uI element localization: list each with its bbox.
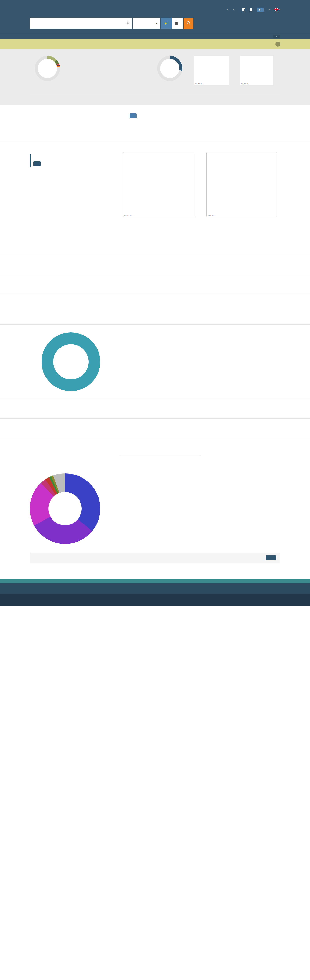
index-footer [0, 584, 310, 594]
anchor-text-section [0, 438, 310, 571]
link-profile-panel[interactable]: MAJESTIC [206, 152, 277, 217]
link-types-section [0, 325, 310, 399]
report-tabs: ▾ [0, 34, 310, 39]
nav-support[interactable]: ▾ [232, 9, 234, 11]
bank-icon [175, 22, 178, 25]
more-link-context-button[interactable] [130, 113, 137, 118]
top-links-section [0, 105, 310, 126]
domain-switch-notice [0, 39, 310, 49]
nav-my-account[interactable]: ▾ [268, 9, 270, 11]
pdf-report-bar [30, 552, 280, 563]
trophy-badge[interactable] [257, 8, 264, 12]
improve-strip [0, 579, 310, 584]
lightning-icon [165, 22, 167, 25]
pdf-report-button[interactable] [266, 555, 276, 560]
link-density-section [0, 255, 310, 275]
citation-flow-value [160, 59, 179, 78]
historic-index-button[interactable] [172, 18, 182, 29]
url-info-section [0, 126, 310, 142]
summary-panel: MAJESTIC MAJESTIC [0, 49, 310, 105]
link-graph-panel[interactable]: MAJESTIC [123, 152, 195, 217]
search-type-select[interactable]: ▼ [133, 18, 160, 29]
logo-stars-icon [31, 7, 49, 12]
notice-close-button[interactable] [275, 41, 280, 47]
duplicate-analysis-section [0, 399, 310, 418]
backlink-breakdown-section [0, 294, 310, 325]
uk-flag-icon [274, 8, 279, 11]
link-graph-thumbnail[interactable]: MAJESTIC [194, 56, 229, 85]
trophy-icon [258, 8, 261, 11]
search-input[interactable] [32, 22, 127, 25]
topical-trust-flow-section [0, 229, 310, 255]
magnifier-icon [187, 21, 191, 25]
anchor-text-table [120, 452, 280, 456]
external-backlinks-group-header [200, 452, 280, 456]
check-it-out-button[interactable] [33, 161, 41, 166]
app-header: ▾ ▾ ▾ ▾ ▼ [0, 0, 310, 34]
trust-flow-gauge [35, 56, 60, 81]
actions-button[interactable]: ▾ [273, 35, 280, 38]
trust-flow-value [38, 59, 57, 78]
link-graph-alert [30, 154, 116, 167]
referring-domains-section [0, 418, 310, 438]
search-button[interactable] [184, 18, 193, 29]
search-options-gear-icon[interactable] [127, 21, 130, 25]
link-charts-section: MAJESTIC MAJESTIC [0, 142, 310, 229]
language-selector[interactable]: ▾ [274, 8, 280, 11]
fresh-index-button[interactable] [161, 18, 172, 29]
index-stats-row [30, 95, 280, 99]
site-footer [0, 594, 310, 606]
link-types-donut [41, 332, 100, 391]
citation-flow-gauge [157, 56, 182, 81]
backlink-history-section [0, 275, 310, 294]
report-icon[interactable] [242, 8, 245, 11]
topical-stacked-bar [130, 237, 280, 245]
anchor-text-pie [30, 473, 100, 544]
nav-tools[interactable]: ▾ [226, 9, 228, 11]
bucket-icon[interactable] [250, 8, 253, 11]
link-profile-thumbnail[interactable]: MAJESTIC [240, 56, 273, 85]
